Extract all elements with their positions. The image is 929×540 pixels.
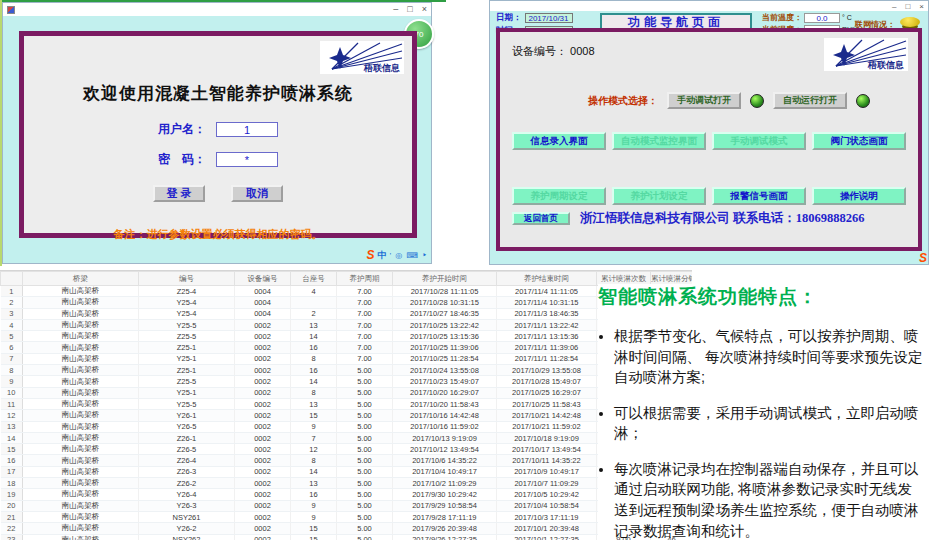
table-cell: NSY261	[139, 511, 235, 522]
manual-debug-open-button[interactable]: 手动调试打开	[667, 92, 741, 109]
table-cell: 南山高架桥	[23, 534, 139, 540]
row-index: 7	[1, 353, 23, 364]
ime-language-toggle[interactable]: 中	[378, 249, 387, 262]
table-cell: Z25-5	[139, 376, 235, 387]
table-row[interactable]: 1南山高架桥Z25-4000447.002017/10/28 11:11:052…	[1, 286, 693, 297]
table-row[interactable]: 9南山高架桥Z25-50002145.002017/10/23 15:49:07…	[1, 376, 693, 387]
nav-button[interactable]: 阀门状态画面	[812, 132, 906, 150]
table-cell: 2017/10/6 14:35:22	[393, 455, 497, 466]
table-cell: Y25-1	[139, 353, 235, 364]
maximize-button[interactable]: □	[407, 5, 412, 14]
sogou-icon[interactable]: S	[919, 251, 927, 265]
table-cell: 14	[291, 466, 337, 477]
close-button[interactable]: ×	[919, 2, 924, 11]
table-cell: 15	[291, 523, 337, 534]
nav-button[interactable]: 信息录入界面	[512, 132, 606, 150]
table-row[interactable]: 19南山高架桥Y26-40002165.002017/9/30 10:29:42…	[1, 489, 693, 500]
table-row[interactable]: 14南山高架桥Z26-1000275.002017/10/13 9:19:092…	[1, 432, 693, 443]
table-row[interactable]: 18南山高架桥Z26-20002135.002017/10/2 11:09:29…	[1, 478, 693, 489]
records-table-body: 1南山高架桥Z25-4000447.002017/10/28 11:11:052…	[1, 286, 693, 540]
table-cell: 2017/10/17 13:49:54	[497, 444, 597, 455]
table-cell: 16	[291, 365, 337, 376]
cancel-button[interactable]: 取消	[231, 185, 283, 202]
table-cell: 南山高架桥	[23, 455, 139, 466]
table-cell: 0002	[235, 421, 291, 432]
sogou-icon[interactable]: S	[367, 248, 375, 262]
table-cell: 15	[291, 534, 337, 540]
table-row[interactable]: 7南山高架桥Y25-1000287.002017/10/25 11:28:542…	[1, 353, 693, 364]
table-cell: 15	[291, 410, 337, 421]
maximize-button[interactable]: □	[905, 2, 910, 11]
column-header[interactable]: 养护开始时间	[393, 272, 497, 286]
table-cell: 8	[291, 353, 337, 364]
table-row[interactable]: 3南山高架桥Y25-4000427.002017/10/27 18:46:352…	[1, 308, 693, 319]
nav-button[interactable]: 手动调试模式	[712, 132, 806, 150]
table-row[interactable]: 12南山高架桥Y26-10002155.002017/10/16 14:42:4…	[1, 410, 693, 421]
table-cell: Z25-1	[139, 365, 235, 376]
ime-toolbar[interactable]: S	[919, 251, 927, 265]
row-index: 3	[1, 308, 23, 319]
login-body: 70 梧联信息 欢迎使用混凝土智能养护	[3, 16, 431, 263]
table-cell: 南山高架桥	[23, 511, 139, 522]
nav-button[interactable]: 养护计划设定	[612, 187, 706, 205]
auto-run-open-button[interactable]: 自动运行打开	[773, 92, 847, 109]
table-cell: Z26-3	[139, 466, 235, 477]
password-label: 密 码：	[158, 151, 206, 168]
nav-button[interactable]: 自动模式监控界面	[612, 132, 706, 150]
ime-tools-icons[interactable]: ’ ◎ ⌨ ‣	[390, 251, 428, 260]
table-row[interactable]: 23南山高架桥NSY2620002155.002017/9/26 12:27:3…	[1, 534, 693, 540]
column-header[interactable]: 台座号	[291, 272, 337, 286]
column-header[interactable]	[1, 272, 23, 286]
table-cell: 2017/10/27 18:46:35	[393, 308, 497, 319]
table-cell: 南山高架桥	[23, 387, 139, 398]
ime-toolbar[interactable]: S 中 ’ ◎ ⌨ ‣	[367, 248, 428, 262]
login-button[interactable]: 登 录	[153, 185, 205, 202]
table-row[interactable]: 4南山高架桥Y25-50002137.002017/10/25 13:22:42…	[1, 319, 693, 330]
table-cell: 13	[291, 478, 337, 489]
username-input[interactable]	[216, 122, 278, 137]
star-icon	[329, 47, 351, 69]
column-header[interactable]: 养护周期	[337, 272, 393, 286]
nav-button[interactable]: 养护周期设定	[512, 187, 606, 205]
column-header[interactable]: 编号	[139, 272, 235, 286]
table-row[interactable]: 22南山高架桥Y26-20002155.002017/9/26 20:39:48…	[1, 523, 693, 534]
table-row[interactable]: 8南山高架桥Z25-10002165.002017/10/24 13:55:08…	[1, 365, 693, 376]
table-row[interactable]: 13南山高架桥Y26-5000295.002017/10/16 11:59:02…	[1, 421, 693, 432]
table-cell: 5.00	[337, 421, 393, 432]
table-row[interactable]: 16南山高架桥Z26-4000285.002017/10/6 14:35:222…	[1, 455, 693, 466]
table-row[interactable]: 10南山高架桥Y25-1000285.002017/10/20 16:29:07…	[1, 387, 693, 398]
table-row[interactable]: 5南山高架桥Z25-50002147.002017/10/25 13:15:36…	[1, 331, 693, 342]
temperature-label: 当前温度：	[762, 12, 802, 23]
column-header[interactable]: 桥梁	[23, 272, 139, 286]
table-cell: 2017/10/28 11:11:05	[393, 286, 497, 297]
username-label: 用户名：	[158, 121, 206, 138]
table-row[interactable]: 6南山高架桥Z25-10002167.002017/10/25 11:39:06…	[1, 342, 693, 353]
table-cell: 14	[291, 331, 337, 342]
nav-button[interactable]: 操作说明	[812, 187, 906, 205]
table-row[interactable]: 11南山高架桥Y25-50002135.002017/10/20 11:58:4…	[1, 398, 693, 409]
table-cell: 0002	[235, 500, 291, 511]
table-cell: 9	[291, 511, 337, 522]
home-button[interactable]: 返回首页	[512, 212, 570, 225]
minimize-button[interactable]: –	[393, 5, 398, 14]
table-cell: 7.00	[337, 308, 393, 319]
table-row[interactable]: 17南山高架桥Z26-30002145.002017/10/4 10:49:17…	[1, 466, 693, 477]
column-header[interactable]: 养护结束时间	[497, 272, 597, 286]
close-button[interactable]: ×	[422, 5, 427, 14]
column-header[interactable]: 设备编号	[235, 272, 291, 286]
table-cell: 7.00	[337, 319, 393, 330]
table-cell: Y26-3	[139, 500, 235, 511]
nav-button[interactable]: 报警信号画面	[712, 187, 806, 205]
table-row[interactable]: 21南山高架桥NSY261000295.002017/9/28 17:11:19…	[1, 511, 693, 522]
login-panel: 梧联信息 欢迎使用混凝土智能养护喷淋系统 用户名： 密 码： 登 录	[19, 31, 417, 238]
table-cell: 0004	[235, 286, 291, 297]
minimize-button[interactable]: –	[892, 2, 896, 11]
table-row[interactable]: 15南山高架桥Z26-50002125.002017/10/12 13:49:5…	[1, 444, 693, 455]
table-cell: Y25-5	[139, 319, 235, 330]
table-cell: 2017/10/24 13:55:08	[393, 365, 497, 376]
spray-records-table: 桥梁编号设备编号台座号养护周期养护开始时间养护结束时间累计喷淋次数累计喷淋分钟数…	[0, 270, 692, 540]
password-input[interactable]	[216, 152, 278, 167]
table-row[interactable]: 20南山高架桥Y26-3000295.002017/9/29 10:58:542…	[1, 500, 693, 511]
table-row[interactable]: 2南山高架桥Y25-400047.002017/10/28 10:31:1520…	[1, 297, 693, 308]
table-cell: 南山高架桥	[23, 444, 139, 455]
